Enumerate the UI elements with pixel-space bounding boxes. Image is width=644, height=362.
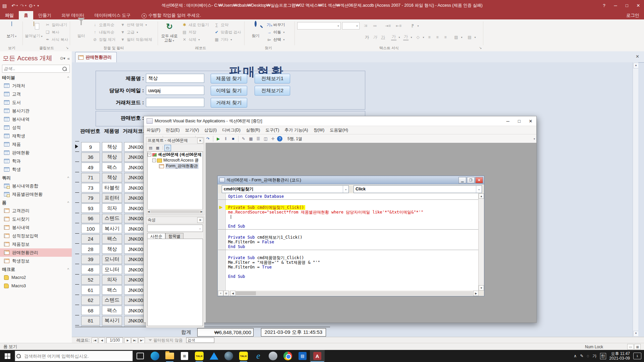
procedure-view-icon[interactable]: ≡ — [218, 291, 223, 296]
code-line[interactable] — [225, 230, 479, 235]
cell-product[interactable]: 팩스 — [102, 306, 122, 315]
textfmt-dialog-launcher-icon[interactable]: ↘ — [479, 46, 482, 50]
vba-break-icon[interactable]: ‖ — [222, 135, 229, 142]
taskbar-clock[interactable]: 오후 11:47 2021-03-09 — [609, 351, 630, 361]
taskbar-internet-explorer[interactable]: e — [251, 350, 266, 362]
cell-product[interactable]: 프린터 — [102, 193, 122, 203]
numbering-button[interactable]: ≔ — [372, 22, 378, 29]
cell-sale-no[interactable]: 39 — [81, 255, 100, 264]
nav-item-판매현황[interactable]: 판매현황 — [0, 148, 72, 157]
full-module-view-icon[interactable]: ⊞ — [223, 291, 229, 296]
taskbar-swirl-app[interactable] — [221, 350, 236, 362]
cell-product[interactable]: 책상 — [102, 153, 122, 162]
design-view-toggle-icon[interactable]: ▦ — [634, 344, 641, 350]
goto-button[interactable]: →이동▼ — [267, 28, 285, 36]
highlight-color-button[interactable]: 가▼ — [403, 34, 413, 41]
taskbar-search-input[interactable] — [23, 353, 132, 359]
project-folder-node[interactable]: − Microsoft Access 클 — [148, 158, 203, 163]
new-record-nav-button[interactable]: ▶* — [139, 338, 145, 343]
selection-filter-button[interactable]: ▼선택 영역▼ — [120, 21, 147, 28]
form-tab[interactable]: 판매현황관리 — [75, 52, 117, 62]
toggle-folders-icon[interactable]: 🗀 — [164, 145, 171, 151]
alt-row-color-button[interactable]: ▤▼ — [467, 34, 476, 41]
nav-item-고객[interactable]: 고객 — [0, 90, 72, 98]
taskbar-gray-app[interactable] — [266, 350, 280, 362]
scroll-up-icon[interactable]: ▲ — [633, 63, 638, 68]
code-line[interactable] — [225, 251, 479, 255]
vba-menu-파일(F)[interactable]: 파일(F) — [144, 127, 163, 133]
code-vscrollbar[interactable]: ▲ ▼ — [478, 193, 484, 291]
product-name-input[interactable] — [146, 74, 204, 83]
more-button[interactable]: ▦기타▼ — [214, 36, 232, 43]
cell-sale-no[interactable]: 49 — [81, 163, 100, 172]
tab-home[interactable]: 홈 — [19, 11, 33, 19]
taskbar-edge[interactable] — [148, 350, 162, 362]
vba-menu-삽입(I)[interactable]: 삽입(I) — [202, 127, 219, 133]
cut-button[interactable]: ✂잘라내기 — [45, 21, 67, 28]
collapse-icon[interactable]: − — [148, 153, 151, 157]
bullets-button[interactable]: ∶≡ — [363, 22, 368, 29]
vba-toolbar-options-icon[interactable]: ▾ — [534, 137, 535, 140]
nav-item-Macro3[interactable]: Macro3 — [0, 282, 72, 290]
ime-kor-a[interactable]: 가 — [593, 353, 597, 359]
format-painter-button[interactable]: ✒서식 복사 — [45, 36, 68, 43]
code-window-title-bar[interactable]: 섹션06문제 - Form_판매현황관리 (코드) ▁ ❐ ✕ — [218, 176, 484, 184]
taskbar-kakaotalk-2[interactable]: TALK — [236, 350, 251, 362]
sort-clear-button[interactable]: ⊘정렬 제거 — [92, 36, 115, 43]
new-record-button[interactable]: ✱새로 만들기 — [182, 21, 209, 28]
nav-item-도서[interactable]: 도서 — [0, 98, 72, 107]
code-line[interactable]: Private Sub cmd이메일찾기_Click() — [225, 205, 305, 210]
nav-item-봉사내역[interactable]: 봉사내역 — [0, 115, 72, 123]
vba-menu-도움말(H)[interactable]: 도움말(H) — [327, 127, 351, 133]
nav-item-봉사내역종합[interactable]: 봉사내역종합 — [0, 182, 72, 190]
vba-project-explorer-icon[interactable]: ▦ — [248, 135, 254, 142]
replace-button[interactable]: 가₄바꾸기 — [267, 21, 285, 28]
filter-status-text[interactable]: 필터링되지 않음 — [153, 338, 182, 343]
taskbar-access[interactable]: A — [310, 350, 325, 362]
nav-section-header[interactable]: 매크로^ — [0, 265, 72, 273]
scroll-up-icon[interactable]: ▲ — [479, 193, 484, 199]
refresh-all-button[interactable]: ↻ 모두 새로 고침▼ — [159, 21, 180, 45]
properties-object-combo[interactable]: ⌄ — [147, 225, 203, 232]
vendor-code-input[interactable] — [146, 98, 204, 107]
nav-item-재학생[interactable]: 재학생 — [0, 132, 72, 140]
maximize-button[interactable]: □ — [621, 0, 633, 11]
procedure-combo[interactable]: Click⌄ — [354, 185, 482, 193]
email-input[interactable] — [146, 86, 204, 95]
project-hscrollbar[interactable]: ◀ ▶ — [147, 209, 203, 214]
scroll-down-icon[interactable]: ▼ — [633, 331, 638, 337]
cell-sale-no[interactable]: 93 — [81, 203, 100, 213]
last-record-button[interactable]: ▶| — [131, 338, 138, 343]
tell-me-box[interactable]: ♦수행할 작업을 알려 주세요. — [142, 12, 201, 18]
code-line[interactable] — [225, 219, 479, 224]
scroll-left-icon[interactable]: ◀ — [230, 291, 235, 296]
shutter-bar-close-icon[interactable]: « — [67, 56, 70, 61]
taskbar-blue-app[interactable] — [207, 350, 221, 362]
nav-item-Macro2[interactable]: Macro2 — [0, 273, 72, 282]
vba-menu-편집(E)[interactable]: 편집(E) — [163, 127, 182, 133]
code-line[interactable]: End Sub — [225, 274, 479, 279]
close-button[interactable]: ✕ — [633, 0, 644, 11]
vba-menu-추가 기능(A)[interactable]: 추가 기능(A) — [282, 127, 311, 133]
cell-sale-no[interactable]: 71 — [81, 173, 100, 182]
align-right-button[interactable]: ≡ — [443, 34, 448, 41]
view-code-icon[interactable]: ▤ — [147, 145, 154, 151]
align-left-button[interactable]: ≡ — [427, 34, 432, 41]
vba-close-button[interactable]: ✕ — [525, 116, 536, 126]
taskbar-search-box[interactable] — [15, 351, 133, 361]
save-record-button[interactable]: ▤저장 — [182, 28, 196, 36]
toggle-filter-button[interactable]: ▼필터 적용/해제 — [120, 36, 152, 43]
scroll-right-icon[interactable]: ▶ — [201, 210, 203, 213]
code-line[interactable]: End Sub — [225, 244, 479, 249]
nav-search-box[interactable] — [2, 65, 70, 73]
nav-section-header[interactable]: 폼^ — [0, 198, 72, 206]
cell-sale-no[interactable]: 81 — [81, 316, 100, 325]
vba-maximize-button[interactable]: □ — [514, 116, 525, 126]
indent-decrease-button[interactable]: ⇤≡ — [396, 22, 401, 29]
cell-sale-no[interactable]: 100 — [81, 224, 100, 233]
cell-product[interactable]: 스텐드 — [102, 296, 122, 305]
first-record-button[interactable]: |◀ — [92, 338, 98, 343]
totals-button[interactable]: ∑요약 — [214, 21, 228, 28]
italic-button[interactable]: 가 — [372, 34, 378, 41]
code-close-icon[interactable]: ✕ — [475, 177, 483, 183]
